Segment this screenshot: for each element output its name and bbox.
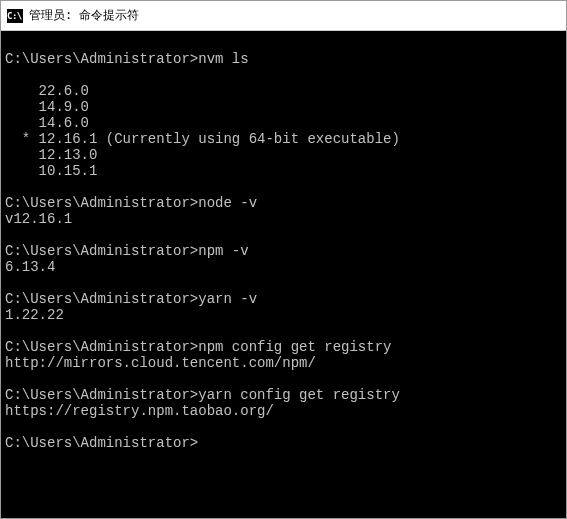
terminal-line: 14.6.0 xyxy=(5,115,566,131)
terminal-line xyxy=(5,67,566,83)
terminal-line: C:\Users\Administrator>yarn config get r… xyxy=(5,387,566,403)
terminal-line: 6.13.4 xyxy=(5,259,566,275)
terminal-line: C:\Users\Administrator> xyxy=(5,435,566,451)
app-icon: C:\. xyxy=(7,9,23,23)
terminal-line xyxy=(5,35,566,51)
terminal-line: 10.15.1 xyxy=(5,163,566,179)
terminal-line xyxy=(5,179,566,195)
terminal-line xyxy=(5,227,566,243)
terminal-line xyxy=(5,371,566,387)
terminal-line: http://mirrors.cloud.tencent.com/npm/ xyxy=(5,355,566,371)
terminal-line xyxy=(5,275,566,291)
terminal-line: C:\Users\Administrator>npm -v xyxy=(5,243,566,259)
terminal-line: C:\Users\Administrator>nvm ls xyxy=(5,51,566,67)
terminal-line: v12.16.1 xyxy=(5,211,566,227)
titlebar[interactable]: C:\. 管理员: 命令提示符 xyxy=(1,1,566,31)
terminal-line: C:\Users\Administrator>yarn -v xyxy=(5,291,566,307)
window-title: 管理员: 命令提示符 xyxy=(29,7,139,24)
terminal-line: C:\Users\Administrator>npm config get re… xyxy=(5,339,566,355)
terminal-line xyxy=(5,419,566,435)
terminal-line: C:\Users\Administrator>node -v xyxy=(5,195,566,211)
terminal-line: 12.13.0 xyxy=(5,147,566,163)
command-prompt-window: C:\. 管理员: 命令提示符 C:\Users\Administrator>n… xyxy=(0,0,567,519)
terminal-line: 22.6.0 xyxy=(5,83,566,99)
terminal-line xyxy=(5,323,566,339)
terminal-output[interactable]: C:\Users\Administrator>nvm ls 22.6.0 14.… xyxy=(1,31,566,518)
terminal-line: 14.9.0 xyxy=(5,99,566,115)
terminal-line: * 12.16.1 (Currently using 64-bit execut… xyxy=(5,131,566,147)
terminal-line: 1.22.22 xyxy=(5,307,566,323)
terminal-line: https://registry.npm.taobao.org/ xyxy=(5,403,566,419)
